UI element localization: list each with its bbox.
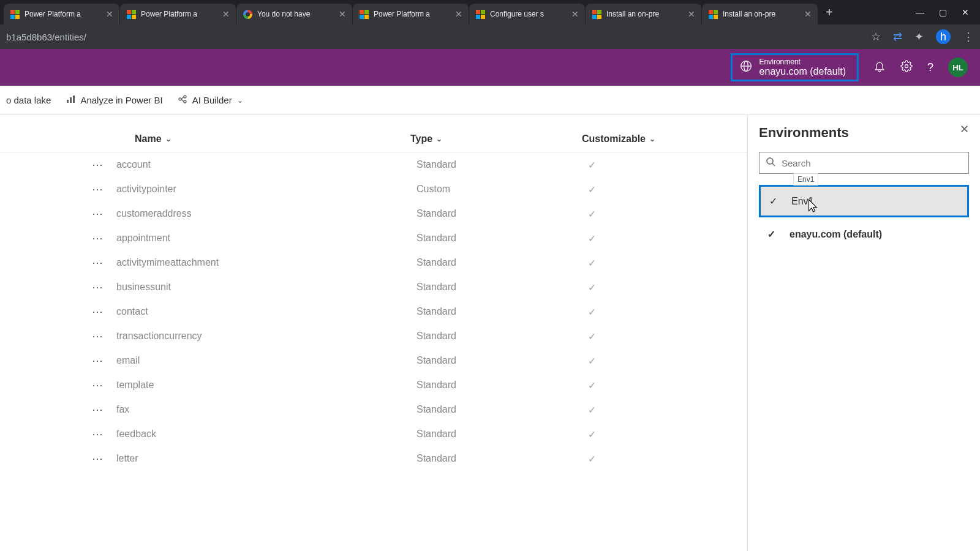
cell-type: Standard (417, 159, 588, 170)
cmd-ai-builder[interactable]: AI Builder ⌄ (178, 94, 243, 107)
close-icon[interactable]: ✕ (688, 9, 695, 19)
more-icon[interactable]: ⋯ (92, 207, 116, 220)
favicon-ms (708, 9, 718, 19)
table-row[interactable]: ⋯customeraddressStandard✓ (0, 201, 747, 226)
favicon-ms (359, 9, 369, 19)
cell-type: Standard (417, 233, 588, 244)
browser-tab[interactable]: Configure user s ✕ (469, 4, 586, 24)
browser-tab[interactable]: Install an on-pre ✕ (586, 4, 702, 24)
panel-title: Environments (759, 125, 969, 141)
environment-item-env1[interactable]: ✓ Env1 (759, 185, 969, 217)
more-icon[interactable]: ⋯ (92, 231, 116, 245)
browser-tab[interactable]: Power Platform a ✕ (353, 4, 469, 24)
cell-name: transactioncurrency (116, 331, 417, 342)
close-icon[interactable]: ✕ (339, 9, 346, 19)
tab-title: Power Platform a (141, 10, 217, 18)
browser-url-bar[interactable]: b1a5d8b63/entities/ ☆ ⇄ ✦ h ⋮ (0, 24, 980, 49)
close-icon[interactable]: ✕ (960, 122, 969, 136)
extensions-icon[interactable]: ✦ (914, 30, 924, 43)
table-row[interactable]: ⋯faxStandard✓ (0, 397, 747, 422)
cell-customizable: ✓ (588, 404, 710, 416)
table-row[interactable]: ⋯emailStandard✓ (0, 348, 747, 373)
maximize-icon[interactable]: ▢ (939, 7, 947, 17)
bell-icon[interactable] (873, 60, 886, 75)
close-icon[interactable]: ✕ (571, 9, 579, 19)
favicon-ms (475, 9, 485, 19)
close-icon[interactable]: ✕ (222, 9, 230, 19)
browser-tab[interactable]: Power Platform a ✕ (120, 4, 236, 24)
table-row[interactable]: ⋯contactStandard✓ (0, 299, 747, 324)
table-row[interactable]: ⋯templateStandard✓ (0, 373, 747, 397)
column-header-customizable[interactable]: Customizable ⌄ (582, 133, 704, 144)
column-header-type[interactable]: Type ⌄ (410, 133, 582, 144)
more-icon[interactable]: ⋯ (92, 182, 116, 196)
new-tab-button[interactable]: + (818, 6, 840, 20)
minimize-icon[interactable]: — (916, 7, 924, 17)
svg-rect-4 (67, 100, 69, 103)
close-icon[interactable]: ✕ (455, 9, 462, 19)
star-icon[interactable]: ☆ (871, 30, 881, 43)
browser-tab[interactable]: You do not have ✕ (236, 4, 353, 24)
cell-customizable: ✓ (588, 453, 710, 465)
ai-icon (178, 94, 187, 107)
more-icon[interactable]: ⋯ (92, 354, 116, 367)
svg-line-10 (181, 97, 184, 99)
browser-tab[interactable]: Power Platform a ✕ (4, 4, 120, 24)
more-icon[interactable]: ⋯ (92, 403, 116, 416)
column-header-name[interactable]: Name ⌄ (92, 133, 410, 144)
cmd-analyze-power-bi[interactable]: Analyze in Power BI (66, 94, 162, 107)
cell-customizable: ✓ (588, 380, 710, 391)
cell-name: email (116, 355, 417, 366)
search-input[interactable] (782, 158, 962, 168)
cell-name: customeraddress (116, 208, 417, 219)
column-label: Customizable (582, 133, 646, 144)
search-icon (766, 157, 775, 169)
svg-point-7 (179, 98, 181, 100)
more-icon[interactable]: ⋯ (92, 378, 116, 392)
table-row[interactable]: ⋯accountStandard✓ (0, 152, 747, 177)
cell-name: contact (116, 306, 417, 317)
more-icon[interactable]: ⋯ (92, 280, 116, 294)
table-row[interactable]: ⋯feedbackStandard✓ (0, 422, 747, 446)
tooltip: Env1 (793, 173, 818, 186)
more-icon[interactable]: ⋯ (92, 452, 116, 465)
table-row[interactable]: ⋯activitymimeattachmentStandard✓ (0, 250, 747, 275)
more-icon[interactable]: ⋯ (92, 305, 116, 318)
svg-rect-5 (70, 97, 72, 103)
extension-icon[interactable]: ⇄ (893, 30, 902, 43)
cell-type: Standard (417, 257, 588, 268)
close-icon[interactable]: ✕ (804, 9, 812, 19)
cell-type: Standard (417, 331, 588, 342)
table-row[interactable]: ⋯letterStandard✓ (0, 446, 747, 471)
more-icon[interactable]: ⋯ (92, 427, 116, 441)
browser-menu-icon[interactable]: ⋮ (963, 30, 974, 43)
table-row[interactable]: ⋯activitypointerCustom✓ (0, 177, 747, 201)
more-icon[interactable]: ⋯ (92, 329, 116, 343)
environment-item-default[interactable]: ✓ enayu.com (default) (759, 220, 969, 249)
cmd-data-lake[interactable]: o data lake (6, 95, 51, 105)
url-text: b1a5d8b63/entities/ (6, 32, 871, 42)
cell-name: letter (116, 453, 417, 464)
chevron-down-icon: ⌄ (649, 135, 655, 143)
close-window-icon[interactable]: ✕ (962, 7, 969, 17)
table-row[interactable]: ⋯transactioncurrencyStandard✓ (0, 324, 747, 348)
svg-point-9 (184, 100, 186, 103)
browser-profile[interactable]: h (936, 29, 951, 44)
table-row[interactable]: ⋯businessunitStandard✓ (0, 275, 747, 299)
cell-type: Standard (417, 429, 588, 440)
svg-line-11 (181, 99, 184, 102)
chevron-down-icon: ⌄ (165, 135, 172, 143)
help-icon[interactable]: ? (927, 61, 933, 74)
gear-icon[interactable] (900, 60, 913, 75)
more-icon[interactable]: ⋯ (92, 158, 116, 171)
cmd-label: o data lake (6, 95, 51, 105)
more-icon[interactable]: ⋯ (92, 256, 116, 269)
environment-search[interactable]: Env1 (759, 152, 969, 174)
close-icon[interactable]: ✕ (106, 9, 113, 19)
environment-picker[interactable]: Environment enayu.com (default) (731, 53, 859, 81)
browser-tab[interactable]: Install an on-pre ✕ (702, 4, 818, 24)
column-label: Type (410, 133, 432, 144)
table-row[interactable]: ⋯appointmentStandard✓ (0, 226, 747, 250)
avatar[interactable]: HL (948, 58, 968, 77)
cell-name: feedback (116, 429, 417, 440)
